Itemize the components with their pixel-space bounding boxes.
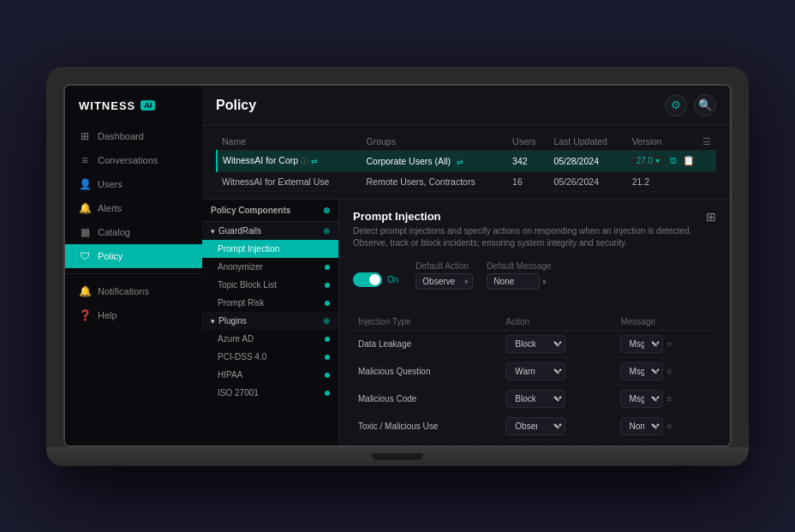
section-action-icon[interactable]: ⊕ [323, 316, 330, 326]
inj-msg-select-2[interactable]: NoneMsg 01Msg 02Msg 03 [620, 390, 663, 408]
sidebar-item-help[interactable]: ❓ Help [65, 303, 202, 327]
default-message-select[interactable]: None Msg 01 Msg 02 Msg 03 [487, 273, 540, 290]
policy-row-name-1: WitnessAI for External Use [217, 172, 361, 192]
msg-edit-icon-3[interactable]: ≡ [666, 421, 672, 431]
policy-row-groups-0: Corporate Users (All) ⇄ [361, 151, 507, 172]
info-icon[interactable]: ⓘ [301, 157, 308, 165]
sidebar-label-notifications: Notifications [98, 286, 149, 296]
version-badge: 27.0 ▾ [632, 155, 664, 166]
pc-item-label: Azure AD [218, 334, 254, 344]
policy-row-0[interactable]: WitnessAI for Corp ⓘ ⇄Corporate Users (A… [217, 151, 716, 172]
pc-item-label: ISO 27001 [218, 388, 259, 398]
page-title: Policy [216, 98, 256, 113]
inj-msg-3: NoneMsg 01Msg 02Msg 03≡ [615, 413, 716, 440]
pc-item-label: Topic Block List [218, 280, 277, 290]
pc-item-dot [325, 247, 330, 252]
table-menu-icon[interactable]: ☰ [702, 136, 711, 146]
clone-icon[interactable]: 📋 [683, 155, 695, 165]
inj-msg-select-1[interactable]: NoneMsg 01Msg 02Msg 03 [620, 362, 663, 380]
main-header: Policy ⚙ 🔍 [202, 86, 730, 126]
transfer-icon[interactable]: ⇄ [311, 157, 318, 165]
sidebar-label-help: Help [98, 310, 117, 320]
inj-action-select-0[interactable]: BlockWarnObserve [505, 335, 565, 353]
search-icon: 🔍 [698, 99, 712, 111]
inj-action-select-3[interactable]: BlockWarnObserve [505, 417, 565, 435]
logo: WITNESS AI [65, 96, 202, 124]
pc-item-dot [325, 337, 330, 342]
policy-row-1[interactable]: WitnessAI for External Use Remote Users,… [217, 172, 716, 192]
dashboard-icon: ⊞ [79, 130, 91, 142]
section-action-icon[interactable]: ⊕ [323, 226, 330, 236]
pc-item-iso-27001[interactable]: ISO 27001 [202, 384, 338, 402]
pc-section-header-plugins[interactable]: ▾ Plugins⊕ [202, 312, 338, 330]
laptop-screen: WITNESS AI ⊞ Dashboard ≡ Conversations 👤… [63, 84, 732, 447]
policy-row-updated-1: 05/26/2024 [548, 172, 626, 192]
sidebar-label-policy: Policy [98, 251, 123, 261]
sidebar-item-conversations[interactable]: ≡ Conversations [65, 148, 202, 172]
injection-row-2: Malicious CodeBlockWarnObserveNoneMsg 01… [353, 386, 716, 413]
copy-icon[interactable]: ⧉ [670, 155, 677, 165]
policy-row-users-0: 342 [507, 151, 548, 172]
inj-action-select-1[interactable]: BlockWarnObserve [505, 362, 565, 380]
inj-msg-2: NoneMsg 01Msg 02Msg 03≡ [615, 386, 716, 413]
default-action-label: Default Action [415, 261, 473, 271]
pc-item-dot [325, 301, 330, 306]
sidebar-label-dashboard: Dashboard [98, 131, 144, 141]
notifications-icon: 🔔 [79, 285, 91, 297]
laptop-frame: WITNESS AI ⊞ Dashboard ≡ Conversations 👤… [46, 67, 749, 466]
conversations-icon: ≡ [79, 154, 91, 166]
laptop-base [46, 447, 749, 466]
inj-col-action: Action [500, 314, 615, 331]
pc-item-dot [325, 391, 330, 396]
sidebar-item-alerts[interactable]: 🔔 Alerts [65, 196, 202, 220]
pc-item-prompt-injection[interactable]: Prompt Injection [202, 240, 338, 258]
msg-edit-icon-2[interactable]: ≡ [666, 394, 672, 403]
default-message-col: Default Message None Msg 01 Msg 02 Msg 0… [487, 261, 551, 290]
pc-section-header-guardrails[interactable]: ▾ GuardRails⊕ [202, 222, 338, 240]
detail-header-text: Prompt Injection Detect prompt injection… [353, 210, 706, 249]
inj-msg-select-3[interactable]: NoneMsg 01Msg 02Msg 03 [620, 417, 663, 435]
col-groups: Groups [361, 133, 507, 151]
detail-expand-button[interactable]: ⊞ [706, 210, 716, 224]
msg-edit-icon-0[interactable]: ≡ [666, 339, 672, 349]
sidebar-item-dashboard[interactable]: ⊞ Dashboard [65, 124, 202, 148]
msg-edit-icon-1[interactable]: ≡ [666, 367, 672, 376]
pc-item-pci-dss[interactable]: PCI-DSS 4.0 [202, 348, 338, 366]
sidebar-label-conversations: Conversations [98, 155, 158, 165]
search-button[interactable]: 🔍 [694, 94, 716, 117]
header-actions: ⚙ 🔍 [665, 94, 716, 117]
policy-components-panel: Policy Components ⊕ ▾ GuardRails⊕Prompt … [202, 200, 339, 445]
inj-action-select-2[interactable]: BlockWarnObserve [505, 390, 565, 408]
enabled-toggle[interactable] [353, 272, 382, 287]
pc-item-topic-block-list[interactable]: Topic Block List [202, 276, 338, 294]
sidebar-item-catalog[interactable]: ▦ Catalog [65, 220, 202, 244]
pc-item-azure-ad[interactable]: Azure AD [202, 330, 338, 348]
pc-edit-icon[interactable]: ⊕ [323, 206, 330, 215]
pc-item-hipaa[interactable]: HIPAA [202, 366, 338, 384]
sidebar-item-notifications[interactable]: 🔔 Notifications [65, 279, 202, 303]
pc-item-dot [325, 283, 330, 288]
settings-button[interactable]: ⚙ [665, 94, 687, 117]
pc-item-label: Prompt Risk [218, 298, 264, 308]
pc-item-dot [325, 355, 330, 360]
sidebar-item-users[interactable]: 👤 Users [65, 172, 202, 196]
inj-type-2: Malicious Code [353, 386, 500, 413]
alerts-icon: 🔔 [79, 202, 91, 214]
bottom-split: Policy Components ⊕ ▾ GuardRails⊕Prompt … [202, 199, 730, 445]
policy-table-section: Name Groups Users Last Updated Version ☰ [202, 126, 730, 200]
inj-msg-select-0[interactable]: NoneMsg 01Msg 02Msg 03 [620, 335, 663, 353]
sidebar-item-policy[interactable]: 🛡 Policy [65, 244, 202, 268]
pc-item-prompt-risk[interactable]: Prompt Risk [202, 294, 338, 312]
inj-type-0: Data Leakage [353, 331, 500, 358]
pc-item-label: HIPAA [218, 370, 242, 380]
inj-msg-0: NoneMsg 01Msg 02Msg 03≡ [615, 331, 716, 358]
pc-item-anonymizer[interactable]: Anonymizer [202, 258, 338, 276]
section-label: Plugins [218, 316, 247, 326]
group-icon[interactable]: ⇄ [457, 158, 463, 166]
sidebar-label-catalog: Catalog [98, 227, 130, 237]
pc-item-label: PCI-DSS 4.0 [218, 352, 266, 362]
pc-title: Policy Components [211, 206, 290, 215]
app-container: WITNESS AI ⊞ Dashboard ≡ Conversations 👤… [65, 86, 730, 445]
sidebar-divider [65, 273, 202, 274]
default-action-select[interactable]: Observe Block Warn [415, 273, 473, 290]
